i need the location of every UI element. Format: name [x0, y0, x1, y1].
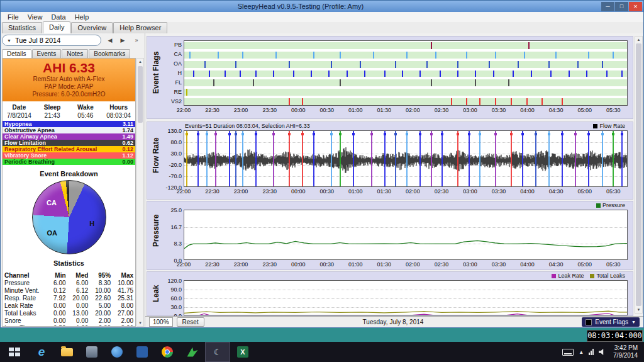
menu-data[interactable]: Data — [47, 13, 70, 21]
scroll-up-icon[interactable]: ▲ — [635, 37, 642, 43]
next-day-button[interactable]: ▶ — [118, 35, 128, 45]
tab-daily[interactable]: Daily — [43, 21, 70, 33]
app-icon-4[interactable] — [180, 342, 205, 362]
volume-icon[interactable] — [599, 349, 606, 355]
event-tick — [340, 52, 341, 59]
panel-tab-details[interactable]: Details — [2, 49, 31, 58]
graph-toolbar: 100% Reset Tuesday, July 8, 2014 Event F… — [145, 316, 643, 327]
flag-band-oa — [184, 61, 627, 68]
flow-event-dot — [313, 133, 315, 135]
x-tick-label: 22:00 — [174, 107, 194, 113]
pie-label-h: H — [89, 220, 94, 227]
tab-statistics[interactable]: Statistics — [2, 22, 42, 33]
plot-area[interactable] — [184, 40, 628, 106]
maximize-button[interactable]: □ — [615, 2, 628, 11]
zoom-level[interactable]: 100% — [149, 317, 173, 327]
flow-event-dot — [255, 133, 257, 135]
event-tick — [588, 52, 589, 59]
flow-event-dot — [419, 133, 421, 135]
ie-icon[interactable]: e — [29, 342, 54, 362]
system-tray: ▲ 3:42 PM 7/9/2014 — [562, 342, 644, 362]
app-icon-1[interactable] — [79, 342, 104, 362]
menu-file[interactable]: File — [3, 13, 23, 21]
titlebar[interactable]: SleepyHead v0.9.5-Testing (Profile: Amy)… — [1, 1, 643, 12]
scroll-down-icon[interactable]: ▼ — [137, 320, 143, 326]
flag-band-fl — [184, 79, 627, 86]
event-row-obstructive-apnea[interactable]: Obstructive Apnea1.74 — [3, 127, 135, 133]
flow-event-marker — [613, 131, 614, 186]
statistics-title: Statistics — [3, 259, 135, 267]
flow-event-marker — [621, 131, 623, 186]
scroll-up-icon[interactable]: ▲ — [137, 59, 143, 65]
menu-view[interactable]: View — [23, 13, 47, 21]
event-row-periodic-breathing[interactable]: Periodic Breathing0.00 — [3, 159, 135, 165]
graphs-scrollbar[interactable]: ▲ ▼ — [635, 36, 643, 314]
tab-help-browser[interactable]: Help Browser — [113, 22, 167, 33]
session-value-cell: 08:03:04 — [102, 111, 135, 120]
latest-day-button[interactable]: » — [131, 35, 142, 45]
legend-pressure: Pressure — [596, 202, 625, 208]
details-panel: AHI 6.33 RemStar Auto with A-Flex PAP Mo… — [2, 58, 136, 327]
flow-rate-graph: Flow RateFlow RateEvents=51 Duration 08:… — [147, 122, 633, 200]
window-title: SleepyHead v0.9.5-Testing (Profile: Amy) — [1, 3, 601, 10]
event-breakdown-pie: HOACA — [32, 180, 106, 254]
sleepyhead-taskbar-icon[interactable]: ☾ — [205, 342, 230, 362]
session-times-table: DateSleepWakeHours7/8/201421:4305:4608:0… — [3, 103, 135, 120]
close-button[interactable]: × — [629, 2, 642, 11]
event-tick — [275, 52, 277, 59]
date-selector[interactable]: ▼ Tue Jul 8 2014 — [2, 35, 101, 46]
flag-band-pb — [184, 42, 627, 49]
prev-day-button[interactable]: ◀ — [105, 35, 115, 45]
stats-row-snore: Snore0.000.002.002.00 — [3, 317, 135, 325]
event-tick — [586, 71, 587, 77]
event-row-vibratory-snore[interactable]: Vibratory Snore1.12 — [3, 152, 135, 159]
panel-tab-notes[interactable]: Notes — [62, 49, 88, 58]
x-tick-label: 01:30 — [374, 107, 394, 113]
graph-jump-select[interactable]: Event Flags ▼ — [582, 317, 640, 327]
event-tick — [186, 89, 187, 96]
y-tick-label: 25.0 — [161, 207, 182, 213]
scrollbar-thumb[interactable] — [636, 43, 641, 306]
event-row-respiratory-effort-related-arousal[interactable]: Respiratory Effort Related Arousal0.12 — [3, 146, 135, 152]
event-row-clear-airway-apnea[interactable]: Clear Airway Apnea1.49 — [3, 133, 135, 140]
tab-overview[interactable]: Overview — [71, 22, 113, 33]
app-icon-3[interactable] — [130, 342, 155, 362]
left-panel-scrollbar[interactable]: ▲ ▼ — [136, 58, 144, 327]
x-tick-label: 23:30 — [260, 261, 280, 268]
plot-area[interactable] — [184, 280, 628, 315]
flow-event-dot — [561, 133, 564, 135]
touch-keyboard-icon[interactable] — [562, 349, 574, 356]
reset-button[interactable]: Reset — [177, 317, 204, 327]
flow-event-marker — [235, 131, 236, 186]
event-tick — [528, 42, 530, 49]
file-explorer-icon[interactable] — [54, 342, 79, 362]
event-row-flow-limitation[interactable]: Flow Limitation0.62 — [3, 140, 135, 146]
start-button[interactable] — [0, 342, 29, 362]
show-hidden-icons[interactable]: ▲ — [579, 349, 584, 355]
flow-event-marker — [302, 131, 303, 186]
x-tick-label: 00:30 — [317, 261, 337, 268]
scrollbar-thumb[interactable] — [138, 66, 143, 123]
y-tick-label: 16.7 — [161, 224, 182, 230]
menu-help[interactable]: Help — [70, 13, 94, 21]
plot-area[interactable] — [184, 210, 628, 260]
taskbar-clock[interactable]: 3:42 PM 7/9/2014 — [613, 344, 638, 359]
legend: Pressure — [596, 202, 625, 208]
minimize-button[interactable]: ─ — [601, 2, 614, 11]
excel-icon[interactable]: X — [230, 342, 255, 362]
network-icon[interactable] — [589, 349, 594, 355]
flow-event-marker — [273, 131, 274, 186]
clock-date: 7/9/2014 — [613, 352, 638, 359]
chrome-icon[interactable] — [155, 342, 180, 362]
event-row-hypopnea[interactable]: Hypopnea3.11 — [3, 121, 135, 127]
panel-tab-bookmarks[interactable]: Bookmarks — [89, 49, 130, 58]
leak-graph: LeakLeak RateTotal Leaks120.090.060.030.… — [147, 271, 633, 316]
plot-area[interactable] — [184, 130, 628, 187]
scroll-down-icon[interactable]: ▼ — [635, 307, 642, 313]
panel-tab-events[interactable]: Events — [32, 49, 62, 58]
legend: Flow Rate — [593, 123, 625, 129]
y-tick-label: 80.0 — [161, 139, 182, 145]
app-icon-2[interactable] — [104, 342, 130, 362]
sleepyhead-window: SleepyHead v0.9.5-Testing (Profile: Amy)… — [0, 0, 644, 328]
event-flags-graph: Event Flags22:0022:3023:0023:3000:0000:3… — [147, 36, 633, 119]
